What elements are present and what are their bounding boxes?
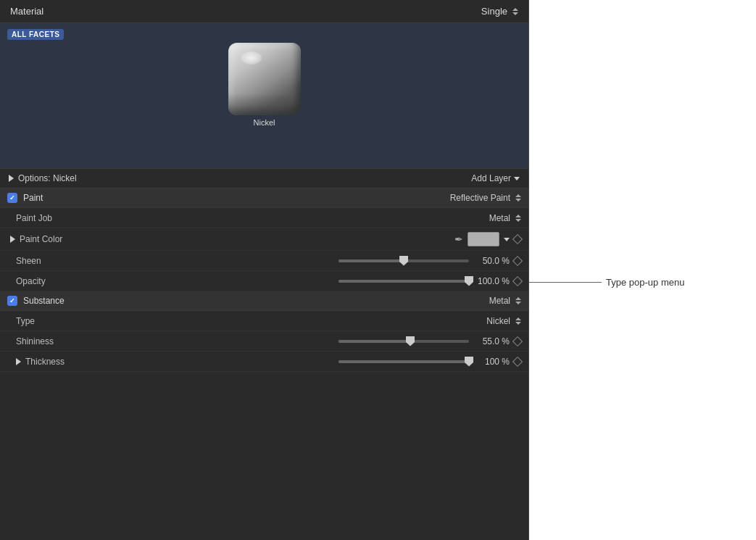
substance-type-value: Metal [489, 296, 510, 306]
substance-section-left: Substance [7, 296, 65, 306]
shininess-slider[interactable] [338, 340, 469, 343]
type-dropdown[interactable]: Nickel [486, 316, 521, 326]
thickness-left: Thickness [16, 357, 65, 367]
paint-type-stepper-icon [515, 194, 521, 202]
paint-checkbox[interactable] [7, 193, 17, 203]
mode-dropdown[interactable]: Single [481, 6, 518, 17]
paint-section-header: Paint Reflective Paint [0, 188, 528, 208]
substance-section-header: Substance Metal [0, 291, 528, 311]
thickness-value: 100 % [473, 357, 510, 367]
paint-section-left: Paint [7, 193, 43, 203]
paint-job-right: Metal [489, 213, 521, 223]
sheen-keyframe-icon[interactable] [512, 255, 523, 265]
material-item[interactable]: Nickel [7, 43, 521, 127]
sheen-value: 50.0 % [473, 256, 510, 266]
type-value: Nickel [486, 316, 510, 326]
paint-color-right: ✒ [454, 232, 521, 246]
thickness-keyframe-icon[interactable] [512, 356, 523, 366]
type-label: Type [16, 316, 74, 326]
opacity-keyframe-icon[interactable] [512, 275, 523, 286]
sheen-row: Sheen 50.0 % [0, 251, 528, 271]
add-layer-label: Add Layer [471, 173, 511, 183]
thickness-row: Thickness 100 % [0, 352, 528, 372]
paint-job-row: Paint Job Metal [0, 208, 528, 228]
material-preview [228, 43, 301, 115]
paint-section-title: Paint [23, 193, 43, 203]
sheen-slider[interactable] [338, 259, 469, 262]
sheen-label: Sheen [16, 256, 74, 266]
shininess-slider-right: 55.0 % [74, 336, 521, 346]
opacity-slider[interactable] [338, 280, 469, 283]
right-area: Type pop-up menu [529, 0, 756, 540]
opacity-label: Opacity [16, 276, 74, 286]
shininess-label: Shininess [16, 336, 74, 346]
paint-color-row: Paint Color ✒ [0, 228, 528, 251]
paint-job-label: Paint Job [16, 213, 74, 223]
substance-section-title: Substance [23, 296, 65, 306]
paint-job-stepper-icon [515, 215, 521, 222]
type-row: Type Nickel [0, 311, 528, 331]
add-layer-chevron-icon [514, 177, 520, 180]
mode-value: Single [481, 6, 507, 17]
opacity-row: Opacity 100.0 % [0, 271, 528, 291]
substance-checkbox[interactable] [7, 296, 17, 306]
paint-color-left: Paint Color [10, 234, 62, 244]
add-layer-button[interactable]: Add Layer [471, 173, 520, 183]
panel-title: Material [10, 6, 43, 17]
paint-color-triangle-icon [10, 236, 15, 243]
thickness-label: Thickness [25, 357, 65, 367]
shininess-row: Shininess 55.0 % [0, 331, 528, 352]
paint-type-value: Reflective Paint [450, 193, 510, 203]
thickness-slider-right: 100 % [65, 357, 521, 367]
paint-color-keyframe-icon[interactable] [512, 234, 523, 244]
facet-area: ALL FACETS Nickel [0, 23, 528, 168]
annotation-text: Type pop-up menu [602, 277, 684, 288]
color-chevron-icon [504, 238, 510, 241]
color-swatch[interactable] [468, 232, 499, 246]
panel-header: Material Single [0, 0, 528, 23]
paint-color-label: Paint Color [20, 234, 62, 244]
type-stepper-icon [515, 317, 521, 325]
options-row: Options: Nickel Add Layer [0, 168, 528, 188]
thickness-slider[interactable] [338, 360, 469, 363]
eyedropper-icon[interactable]: ✒ [454, 233, 463, 245]
substance-type-stepper-icon [515, 297, 521, 304]
type-annotation: Type pop-up menu [529, 277, 684, 288]
options-triangle-icon [9, 175, 14, 182]
opacity-value: 100.0 % [473, 276, 510, 286]
material-name: Nickel [254, 118, 275, 127]
annotation-line-left [529, 282, 602, 283]
paint-type-dropdown[interactable]: Reflective Paint [450, 193, 521, 203]
shininess-value: 55.0 % [473, 336, 510, 346]
all-facets-label[interactable]: ALL FACETS [7, 29, 64, 40]
shininess-keyframe-icon[interactable] [512, 336, 523, 346]
type-right: Nickel [486, 316, 521, 326]
opacity-slider-right: 100.0 % [74, 276, 521, 286]
sheen-slider-right: 50.0 % [74, 256, 521, 266]
options-label-text: Options: Nickel [18, 173, 77, 183]
paint-job-value: Metal [489, 213, 510, 223]
mode-stepper-icon [512, 8, 518, 15]
options-toggle[interactable]: Options: Nickel [9, 173, 77, 183]
thickness-triangle-icon [16, 358, 21, 365]
paint-job-dropdown[interactable]: Metal [489, 213, 521, 223]
substance-type-dropdown[interactable]: Metal [489, 296, 521, 306]
